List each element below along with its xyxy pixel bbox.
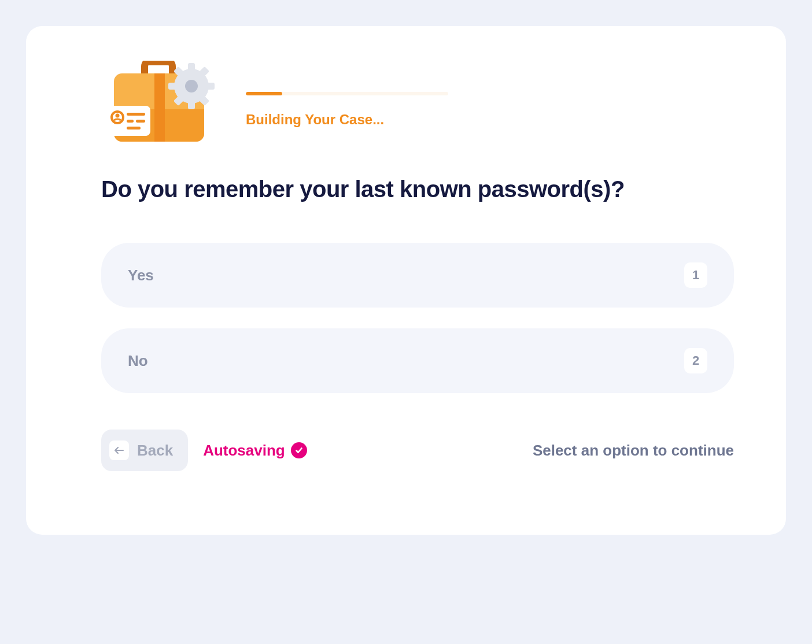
svg-rect-19 xyxy=(127,127,141,129)
progress-fill xyxy=(246,92,282,95)
svg-point-15 xyxy=(116,114,120,118)
option-label: Yes xyxy=(128,267,154,284)
svg-rect-17 xyxy=(127,120,134,123)
svg-point-12 xyxy=(185,80,198,92)
svg-rect-7 xyxy=(206,83,215,90)
progress-label: Building Your Case... xyxy=(246,112,448,128)
option-no[interactable]: No 2 xyxy=(101,328,734,393)
progress-bar xyxy=(246,92,448,95)
back-label: Back xyxy=(137,442,173,460)
svg-rect-4 xyxy=(188,63,195,71)
check-icon xyxy=(291,442,307,458)
back-button[interactable]: Back xyxy=(101,430,188,471)
svg-rect-18 xyxy=(136,120,145,123)
continue-hint: Select an option to continue xyxy=(533,442,734,460)
svg-rect-6 xyxy=(168,83,176,90)
briefcase-icon xyxy=(101,61,217,142)
svg-rect-5 xyxy=(188,101,195,109)
svg-rect-2 xyxy=(154,73,165,142)
option-key-badge: 1 xyxy=(684,262,707,288)
question-heading: Do you remember your last known password… xyxy=(101,176,734,202)
footer-row: Back Autosaving Select an option to cont… xyxy=(101,430,734,471)
option-key-badge: 2 xyxy=(684,348,707,373)
autosave-indicator: Autosaving xyxy=(203,442,307,460)
form-card: Building Your Case... Do you remember yo… xyxy=(26,26,786,535)
footer-left: Back Autosaving xyxy=(101,430,307,471)
option-yes[interactable]: Yes 1 xyxy=(101,243,734,308)
header-row: Building Your Case... xyxy=(101,61,734,142)
options-list: Yes 1 No 2 xyxy=(101,243,734,393)
svg-rect-16 xyxy=(127,113,145,116)
arrow-left-icon xyxy=(109,441,129,460)
progress-section: Building Your Case... xyxy=(246,75,448,128)
autosave-label: Autosaving xyxy=(203,442,285,460)
option-label: No xyxy=(128,352,148,370)
